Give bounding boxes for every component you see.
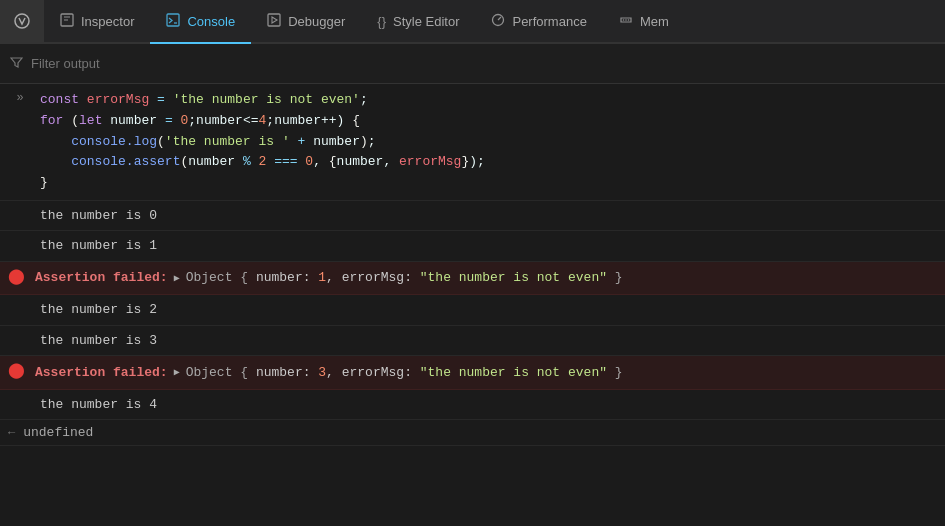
memory-icon (619, 13, 633, 30)
log-line-0: the number is 0 (0, 201, 945, 232)
filter-input[interactable] (31, 56, 935, 71)
error-icon-3: ⬤ (8, 361, 25, 384)
error-obj-3: Object { number: 3, errorMsg: "the numbe… (186, 363, 623, 383)
log-text-2: the number is 2 (40, 300, 157, 320)
memory-tab-label: Mem (640, 14, 669, 29)
filter-icon (10, 56, 23, 72)
toolbar: Inspector Console Debugger {} Style Edit… (0, 0, 945, 44)
tab-memory[interactable]: Mem (603, 0, 685, 44)
svg-point-5 (623, 19, 625, 21)
error-icon-1: ⬤ (8, 267, 25, 290)
inspector-icon (60, 13, 74, 30)
error-row-1: ⬤ Assertion failed: ▶ Object { number: 1… (0, 262, 945, 296)
svg-point-6 (625, 19, 627, 21)
console-output: » const errorMsg = 'the number is not ev… (0, 84, 945, 526)
log-text-3: the number is 3 (40, 331, 157, 351)
log-line-3: the number is 3 (0, 326, 945, 357)
tab-inspector[interactable]: Inspector (44, 0, 150, 44)
log-text-4: the number is 4 (40, 395, 157, 415)
devtools-icon-btn[interactable] (0, 0, 44, 42)
log-text-0: the number is 0 (40, 206, 157, 226)
svg-point-0 (15, 14, 29, 28)
console-tab-label: Console (187, 14, 235, 29)
devtools-icon (13, 12, 31, 30)
tab-console[interactable]: Console (150, 0, 251, 44)
expand-obj-icon-1[interactable]: ▶ (174, 271, 180, 286)
svg-point-7 (628, 19, 630, 21)
tab-debugger[interactable]: Debugger (251, 0, 361, 44)
inspector-tab-label: Inspector (81, 14, 134, 29)
undefined-row: ← undefined (0, 420, 945, 446)
assertion-failed-label-3: Assertion failed: (35, 363, 168, 383)
performance-icon (491, 13, 505, 30)
error-obj-1: Object { number: 1, errorMsg: "the numbe… (186, 268, 623, 288)
return-arrow-icon: ← (8, 426, 15, 440)
log-line-2: the number is 2 (0, 295, 945, 326)
log-line-1: the number is 1 (0, 231, 945, 262)
style-editor-icon: {} (377, 14, 386, 29)
log-text-1: the number is 1 (40, 236, 157, 256)
console-icon (166, 13, 180, 30)
expand-obj-icon-3[interactable]: ▶ (174, 365, 180, 380)
svg-rect-3 (268, 14, 280, 26)
code-gutter: » (0, 90, 40, 105)
expand-icon[interactable]: » (16, 91, 23, 105)
code-content: const errorMsg = 'the number is not even… (40, 90, 937, 194)
tab-style-editor[interactable]: {} Style Editor (361, 0, 475, 44)
undefined-value: undefined (23, 425, 93, 440)
assertion-failed-label-1: Assertion failed: (35, 268, 168, 288)
log-line-4: the number is 4 (0, 390, 945, 421)
style-editor-tab-label: Style Editor (393, 14, 459, 29)
performance-tab-label: Performance (512, 14, 586, 29)
error-row-3: ⬤ Assertion failed: ▶ Object { number: 3… (0, 356, 945, 390)
filter-bar (0, 44, 945, 84)
code-block: » const errorMsg = 'the number is not ev… (0, 84, 945, 201)
svg-rect-2 (167, 14, 179, 26)
tab-performance[interactable]: Performance (475, 0, 602, 44)
debugger-icon (267, 13, 281, 30)
debugger-tab-label: Debugger (288, 14, 345, 29)
